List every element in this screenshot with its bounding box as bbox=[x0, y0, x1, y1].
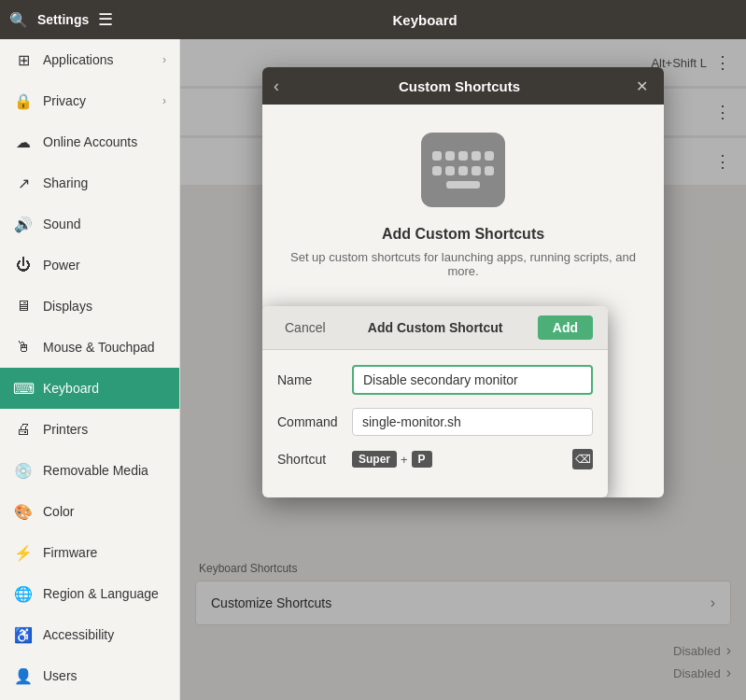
sidebar-item-power[interactable]: ⏻ Power bbox=[0, 245, 179, 286]
dialog-titlebar: ‹ Custom Shortcuts ✕ bbox=[262, 67, 664, 105]
dialog-back-button[interactable]: ‹ bbox=[274, 77, 279, 94]
sidebar-item-sharing[interactable]: ↗ Sharing bbox=[0, 162, 179, 203]
settings-label: Settings bbox=[37, 12, 89, 27]
sidebar-icon-firmware: ⚡ bbox=[13, 542, 34, 563]
dialog-body: Add Custom Shortcuts Set up custom short… bbox=[262, 105, 664, 306]
command-row: Command bbox=[277, 408, 593, 436]
sidebar-item-applications[interactable]: ⊞ Applications › bbox=[0, 39, 179, 80]
modal-body: Name Command Shortcut Super bbox=[262, 350, 608, 497]
add-shortcut-modal: Cancel Add Custom Shortcut Add Name Comm… bbox=[262, 306, 608, 497]
sidebar-item-firmware[interactable]: ⚡ Firmware bbox=[0, 532, 179, 573]
sidebar-label-removable-media: Removable Media bbox=[43, 463, 166, 478]
kb-key bbox=[445, 166, 455, 175]
sidebar-icon-sharing: ↗ bbox=[13, 173, 34, 193]
kb-key bbox=[458, 151, 468, 161]
sidebar-icon-mouse-touchpad: 🖱 bbox=[13, 337, 34, 357]
name-input[interactable] bbox=[352, 365, 593, 395]
sidebar-item-accessibility[interactable]: ♿ Accessibility bbox=[0, 614, 179, 655]
sidebar-icon-region-language: 🌐 bbox=[13, 583, 34, 604]
sidebar-label-online-accounts: Online Accounts bbox=[43, 134, 166, 149]
sidebar-chevron-privacy: › bbox=[162, 94, 166, 107]
name-label: Name bbox=[277, 372, 352, 387]
clear-shortcut-button[interactable]: ⌫ bbox=[572, 449, 593, 469]
sidebar-label-mouse-touchpad: Mouse & Touchpad bbox=[43, 340, 166, 355]
main-layout: ⊞ Applications › 🔒 Privacy › ☁ Online Ac… bbox=[0, 39, 746, 700]
dialog-subtext: Set up custom shortcuts for launching ap… bbox=[281, 250, 645, 278]
modal-header: Cancel Add Custom Shortcut Add bbox=[262, 306, 608, 350]
command-input[interactable] bbox=[352, 408, 593, 436]
sidebar-label-color: Color bbox=[43, 504, 166, 519]
sidebar-chevron-applications: › bbox=[162, 53, 166, 66]
sidebar-item-keyboard[interactable]: ⌨ Keyboard bbox=[0, 368, 179, 409]
sidebar-icon-power: ⏻ bbox=[13, 255, 34, 275]
kb-key bbox=[472, 166, 481, 175]
shortcut-label: Shortcut bbox=[277, 452, 352, 467]
keyboard-illustration bbox=[421, 133, 505, 207]
sidebar-label-applications: Applications bbox=[43, 52, 162, 67]
kb-key bbox=[432, 166, 442, 175]
sidebar-label-privacy: Privacy bbox=[43, 93, 162, 108]
sidebar-icon-sound: 🔊 bbox=[13, 214, 34, 234]
sidebar-item-removable-media[interactable]: 💿 Removable Media bbox=[0, 450, 179, 491]
kb-row-3 bbox=[446, 181, 480, 189]
name-row: Name bbox=[277, 365, 593, 395]
page-title: Keyboard bbox=[113, 12, 737, 28]
sidebar-item-default-applications[interactable]: ★ Default Applications bbox=[0, 696, 179, 700]
sidebar-icon-keyboard: ⌨ bbox=[13, 378, 34, 399]
sidebar-label-accessibility: Accessibility bbox=[43, 627, 166, 642]
sidebar-label-printers: Printers bbox=[43, 422, 166, 437]
topbar: 🔍 Settings ☰ Keyboard bbox=[0, 0, 746, 39]
kb-key bbox=[472, 151, 481, 161]
kb-key bbox=[432, 151, 442, 161]
dialog-overlay: ‹ Custom Shortcuts ✕ bbox=[180, 39, 746, 700]
kb-row-1 bbox=[432, 151, 494, 161]
kb-row-2 bbox=[432, 166, 494, 175]
sidebar-item-mouse-touchpad[interactable]: 🖱 Mouse & Touchpad bbox=[0, 327, 179, 368]
sidebar-icon-color: 🎨 bbox=[13, 501, 34, 522]
sidebar-icon-accessibility: ♿ bbox=[13, 624, 34, 645]
sidebar-icon-privacy: 🔒 bbox=[13, 91, 34, 111]
custom-shortcuts-dialog: ‹ Custom Shortcuts ✕ bbox=[262, 67, 664, 497]
sidebar-icon-users: 👤 bbox=[13, 665, 34, 686]
sidebar-item-privacy[interactable]: 🔒 Privacy › bbox=[0, 80, 179, 121]
command-label: Command bbox=[277, 414, 352, 429]
menu-icon[interactable]: ☰ bbox=[98, 9, 113, 30]
sidebar-label-sound: Sound bbox=[43, 217, 166, 231]
sidebar-item-color[interactable]: 🎨 Color bbox=[0, 491, 179, 532]
search-icon[interactable]: 🔍 bbox=[9, 11, 28, 29]
kb-key bbox=[485, 166, 494, 175]
sidebar-icon-applications: ⊞ bbox=[13, 49, 34, 70]
add-button[interactable]: Add bbox=[538, 315, 593, 340]
sidebar-label-power: Power bbox=[43, 258, 166, 273]
super-key: Super bbox=[352, 451, 397, 468]
sidebar-item-displays[interactable]: 🖥 Displays bbox=[0, 286, 179, 327]
dialog-title: Custom Shortcuts bbox=[289, 78, 630, 94]
sidebar-label-keyboard: Keyboard bbox=[43, 381, 166, 396]
sidebar-label-sharing: Sharing bbox=[43, 175, 166, 190]
kb-key bbox=[458, 166, 468, 175]
sidebar-item-region-language[interactable]: 🌐 Region & Language bbox=[0, 573, 179, 614]
kb-spacebar bbox=[446, 181, 480, 189]
sidebar: ⊞ Applications › 🔒 Privacy › ☁ Online Ac… bbox=[0, 39, 180, 700]
sidebar-icon-printers: 🖨 bbox=[13, 419, 34, 440]
shortcut-row: Shortcut Super + P ⌫ bbox=[277, 449, 593, 469]
plus-sign-1: + bbox=[401, 453, 408, 467]
kb-key bbox=[485, 151, 494, 161]
sidebar-item-users[interactable]: 👤 Users bbox=[0, 655, 179, 696]
cancel-button[interactable]: Cancel bbox=[277, 316, 333, 339]
dialog-heading: Add Custom Shortcuts bbox=[382, 226, 544, 243]
sidebar-item-printers[interactable]: 🖨 Printers bbox=[0, 409, 179, 450]
sidebar-item-sound[interactable]: 🔊 Sound bbox=[0, 203, 179, 245]
sidebar-label-region-language: Region & Language bbox=[43, 586, 166, 601]
sidebar-label-firmware: Firmware bbox=[43, 545, 166, 560]
sidebar-icon-online-accounts: ☁ bbox=[13, 132, 34, 152]
dialog-close-button[interactable]: ✕ bbox=[630, 75, 653, 97]
shortcut-display: Super + P ⌫ bbox=[352, 449, 593, 469]
modal-title: Add Custom Shortcut bbox=[368, 320, 503, 335]
sidebar-icon-removable-media: 💿 bbox=[13, 460, 34, 481]
sidebar-label-users: Users bbox=[43, 668, 166, 683]
p-key: P bbox=[412, 451, 432, 468]
kb-key bbox=[445, 151, 455, 161]
sidebar-item-online-accounts[interactable]: ☁ Online Accounts bbox=[0, 121, 179, 162]
sidebar-label-displays: Displays bbox=[43, 299, 166, 314]
